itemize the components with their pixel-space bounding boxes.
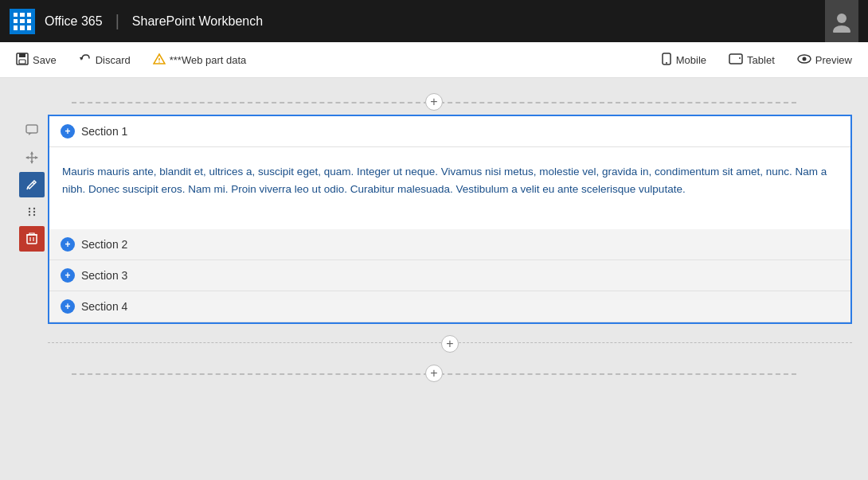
topbar: Office 365 | SharePoint Workbench <box>0 0 868 42</box>
svg-point-26 <box>29 211 30 213</box>
warning-icon <box>153 53 166 68</box>
section-3-label: Section 3 <box>81 269 127 282</box>
svg-marker-19 <box>30 161 33 164</box>
svg-point-1 <box>833 25 850 33</box>
svg-rect-15 <box>26 125 37 133</box>
add-row-bottom-button[interactable]: + <box>425 365 443 382</box>
topbar-divider: | <box>115 12 119 30</box>
app-title: Office 365 <box>45 14 103 29</box>
save-button[interactable]: Save <box>13 49 60 71</box>
section-4-header[interactable]: + Section 4 <box>49 291 850 322</box>
webpart-data-button[interactable]: ***Web part data <box>150 49 250 71</box>
svg-point-24 <box>29 208 30 209</box>
svg-point-27 <box>33 211 35 213</box>
waffle-button[interactable] <box>10 9 35 34</box>
discard-icon <box>79 53 92 68</box>
action-bar <box>16 115 48 324</box>
section-4-label: Section 4 <box>81 300 127 313</box>
toolbar: Save Discard ***Web part data Mobile Tab… <box>0 42 868 78</box>
svg-marker-18 <box>30 151 33 154</box>
svg-point-29 <box>33 214 35 216</box>
main-area: + + Section 1 <box>0 78 868 480</box>
svg-rect-11 <box>729 54 742 64</box>
content-row: + Section 1 Mauris mauris ante, blandit … <box>16 115 852 324</box>
edit-button[interactable] <box>19 172 45 197</box>
mobile-label: Mobile <box>676 54 706 66</box>
add-section-row[interactable]: + <box>48 329 852 356</box>
user-avatar[interactable] <box>825 0 858 42</box>
save-label: Save <box>33 54 57 66</box>
add-row-top-button[interactable]: + <box>425 93 443 111</box>
delete-button[interactable] <box>19 226 45 252</box>
mobile-icon <box>661 53 672 68</box>
drag-button[interactable] <box>19 199 45 224</box>
svg-line-23 <box>27 187 28 189</box>
section-1-header[interactable]: + Section 1 <box>49 116 850 147</box>
tablet-button[interactable]: Tablet <box>725 49 778 71</box>
discard-label: Discard <box>96 54 131 66</box>
discard-button[interactable]: Discard <box>76 49 134 71</box>
svg-marker-21 <box>35 156 38 159</box>
section-1-content: Mauris mauris ante, blandit et, ultrices… <box>49 147 850 229</box>
section-4-expand-icon[interactable]: + <box>61 299 75 314</box>
tablet-icon <box>729 53 743 68</box>
move-button[interactable] <box>19 145 45 170</box>
section-2-expand-icon[interactable]: + <box>61 237 75 252</box>
svg-point-8 <box>158 61 160 63</box>
toolbar-right: Mobile Tablet Preview <box>658 49 855 71</box>
svg-point-0 <box>837 14 846 23</box>
add-row-top[interactable]: + <box>56 94 812 110</box>
save-icon <box>16 53 29 68</box>
webpart-container: + Section 1 Mauris mauris ante, blandit … <box>48 115 852 324</box>
preview-button[interactable]: Preview <box>794 50 855 70</box>
preview-icon <box>797 53 811 67</box>
comment-button[interactable] <box>19 118 45 143</box>
webpart-data-label: ***Web part data <box>170 54 247 66</box>
svg-rect-3 <box>19 53 25 57</box>
svg-point-28 <box>29 214 30 216</box>
app-subtitle: SharePoint Workbench <box>132 14 263 29</box>
section-1-label: Section 1 <box>81 125 127 138</box>
section-2-header[interactable]: + Section 2 <box>49 229 850 260</box>
section-1-text: Mauris mauris ante, blandit et, ultrices… <box>62 166 827 195</box>
section-3-expand-icon[interactable]: + <box>61 268 75 283</box>
svg-rect-4 <box>19 60 25 64</box>
section-3-header[interactable]: + Section 3 <box>49 260 850 291</box>
section-1-expand-icon[interactable]: + <box>61 124 75 139</box>
svg-point-25 <box>33 208 35 209</box>
add-row-bottom[interactable]: + <box>56 365 812 381</box>
svg-marker-20 <box>25 156 29 159</box>
add-section-button[interactable]: + <box>441 335 459 353</box>
svg-line-22 <box>33 182 34 184</box>
tablet-label: Tablet <box>747 54 775 66</box>
svg-point-14 <box>802 57 806 60</box>
mobile-button[interactable]: Mobile <box>658 49 710 71</box>
section-2-label: Section 2 <box>81 238 127 251</box>
preview-label: Preview <box>815 54 852 66</box>
svg-rect-30 <box>27 235 37 244</box>
